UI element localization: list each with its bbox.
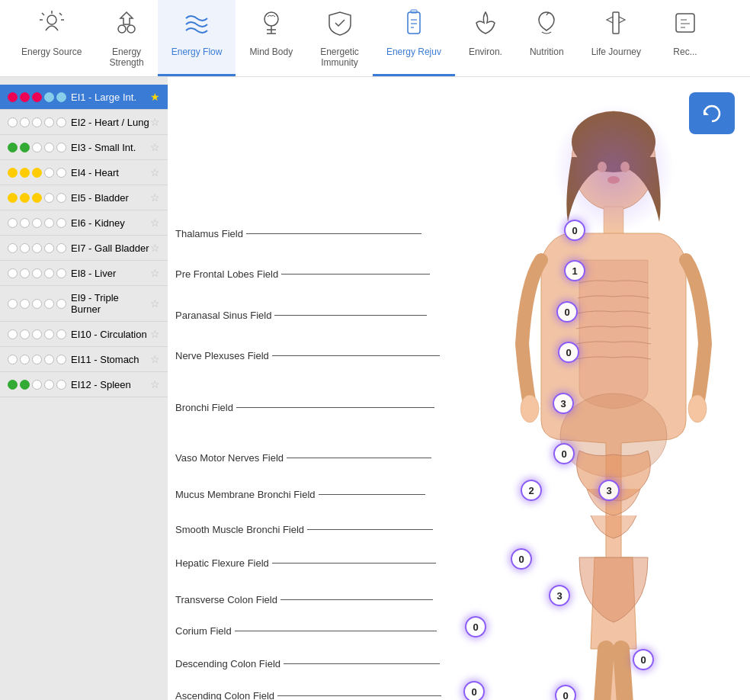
dot-4	[44, 117, 54, 127]
descending-colon-label: Descending Colon Field	[175, 658, 280, 669]
field-hepatic-flexure: Hepatic Flexure Field	[175, 557, 439, 569]
nav-energy-strength-label: EnergyStrength	[109, 47, 143, 68]
sidebar-item-EI8[interactable]: EI8 - Liver ☆	[0, 261, 168, 286]
hepatic-flexure-label: Hepatic Flexure Field	[175, 557, 269, 569]
dot-4	[44, 92, 54, 102]
nav-energy-source[interactable]: Energy Source	[8, 0, 95, 76]
nav-life-journey[interactable]: Life Journey	[578, 0, 655, 76]
nav-nutrition-label: Nutrition	[530, 47, 564, 57]
field-nerve-plexuses: Nerve Plexuses Field	[175, 350, 443, 361]
dot-5	[56, 168, 66, 178]
environ-icon	[472, 9, 499, 42]
top-navigation: Energy Source EnergyStrength Energy Flow	[0, 0, 750, 77]
dot-4	[44, 168, 54, 178]
ei1-dots	[8, 92, 66, 102]
transverse-colon-label: Transverse Colon Field	[175, 594, 277, 605]
smooth-muscle-line	[307, 529, 433, 530]
nav-energy-rejuv-label: Energy Rejuv	[386, 47, 441, 57]
nav-nutrition[interactable]: Nutrition	[516, 0, 578, 76]
dot-1	[8, 299, 18, 309]
svg-marker-1	[120, 12, 133, 24]
sidebar-label-EI6: EI6 - Kidney	[71, 217, 150, 229]
dot-1	[8, 117, 18, 127]
field-vaso-motor: Vaso Motor Nerves Field	[175, 452, 434, 464]
star-EI7: ☆	[150, 242, 160, 254]
paranasal-label: Paranasal Sinus Field	[175, 310, 271, 321]
sidebar-label-EI8: EI8 - Liver	[71, 268, 150, 279]
sidebar-label-EI7: EI7 - Gall Bladder	[71, 242, 150, 254]
field-ascending-colon: Ascending Colon Field	[175, 690, 444, 700]
vaso-motor-line	[287, 458, 431, 458]
corium-line	[235, 631, 437, 631]
transverse-colon-line	[280, 599, 433, 600]
sidebar-item-EI11[interactable]: EI11 - Stomach ☆	[0, 347, 168, 372]
star-EI10: ☆	[150, 328, 160, 340]
sidebar-label-EI4: EI4 - Heart	[71, 167, 150, 178]
dot-2	[20, 92, 30, 102]
field-mucus-membrane: Mucus Membrane Bronchi Field	[175, 489, 428, 500]
dot-3	[32, 92, 42, 102]
bronchi-line	[236, 407, 434, 408]
svg-rect-10	[613, 12, 619, 34]
sidebar-item-EI5[interactable]: EI5 - Bladder ☆	[0, 185, 168, 210]
field-corium: Corium Field	[175, 625, 440, 637]
dot-1	[8, 193, 18, 203]
nav-rec[interactable]: Rec...	[655, 0, 716, 76]
nav-energy-rejuv[interactable]: Energy Rejuv	[373, 0, 455, 76]
ei10-dots	[8, 329, 66, 339]
sidebar-label-EI12: EI12 - Spleen	[71, 379, 150, 390]
badge-ascending-colon-b: 0	[555, 685, 576, 700]
ei8-dots	[8, 268, 66, 278]
thalamus-label: Thalamus Field	[175, 228, 243, 239]
sidebar-item-EI3[interactable]: EI3 - Small Int. ☆	[0, 135, 168, 160]
star-EI4: ☆	[150, 166, 160, 178]
content-area: Thalamus Field 0 Pre Frontal Lobes Field…	[168, 77, 750, 700]
field-paranasal: Paranasal Sinus Field	[175, 310, 430, 321]
dot-4	[44, 143, 54, 153]
paranasal-line	[274, 315, 427, 316]
ascending-colon-label: Ascending Colon Field	[175, 690, 274, 700]
energy-source-icon	[38, 9, 66, 42]
sidebar-item-EI6[interactable]: EI6 - Kidney ☆	[0, 210, 168, 236]
dot-5	[56, 193, 66, 203]
nav-environ[interactable]: Environ.	[455, 0, 516, 76]
nav-energetic-immunity[interactable]: EnergeticImmunity	[306, 0, 373, 76]
dot-1	[8, 168, 18, 178]
hepatic-flexure-line	[272, 563, 436, 564]
badge-ascending-colon-a: 0	[463, 681, 485, 700]
star-EI1: ★	[150, 91, 160, 103]
nav-energy-strength[interactable]: EnergyStrength	[95, 0, 157, 76]
sidebar-item-EI9[interactable]: EI9 - Triple Burner ☆	[0, 286, 168, 322]
svg-point-21	[688, 395, 707, 422]
sidebar-item-EI10[interactable]: EI10 - Circulation ☆	[0, 322, 168, 347]
svg-rect-11	[676, 14, 694, 32]
nav-mind-body[interactable]: Mind Body	[236, 0, 306, 76]
mucus-membrane-line	[319, 494, 425, 495]
dot-2	[20, 243, 30, 253]
nav-energetic-immunity-label: EnergeticImmunity	[320, 47, 359, 68]
field-transverse-colon: Transverse Colon Field	[175, 594, 436, 605]
dot-5	[56, 218, 66, 228]
sidebar-item-EI12[interactable]: EI12 - Spleen ☆	[0, 372, 168, 397]
sidebar-item-EI1[interactable]: EI1 - Large Int. ★	[0, 85, 168, 110]
field-thalamus: Thalamus Field	[175, 228, 425, 239]
badge-hepatic-flexure: 0	[511, 548, 532, 570]
sidebar-item-EI4[interactable]: EI4 - Heart ☆	[0, 160, 168, 185]
sidebar-label-EI9: EI9 - Triple Burner	[71, 292, 150, 315]
svg-point-0	[47, 15, 56, 24]
star-EI2: ☆	[150, 116, 160, 128]
sidebar: EI1 - Large Int. ★ EI2 - Heart / Lung ☆	[0, 77, 168, 700]
field-smooth-muscle: Smooth Muscle Bronchi Field	[175, 524, 436, 535]
dot-1	[8, 243, 18, 253]
star-EI3: ☆	[150, 141, 160, 153]
nav-energy-source-label: Energy Source	[21, 47, 82, 57]
dot-1	[8, 380, 18, 390]
energy-strength-icon	[113, 9, 140, 42]
descending-colon-line	[284, 663, 440, 664]
sidebar-item-EI2[interactable]: EI2 - Heart / Lung ☆	[0, 110, 168, 135]
sidebar-item-EI7[interactable]: EI7 - Gall Bladder ☆	[0, 236, 168, 261]
dot-5	[56, 117, 66, 127]
dot-3	[32, 117, 42, 127]
nav-energy-flow[interactable]: Energy Flow	[158, 0, 236, 76]
star-EI5: ☆	[150, 191, 160, 204]
